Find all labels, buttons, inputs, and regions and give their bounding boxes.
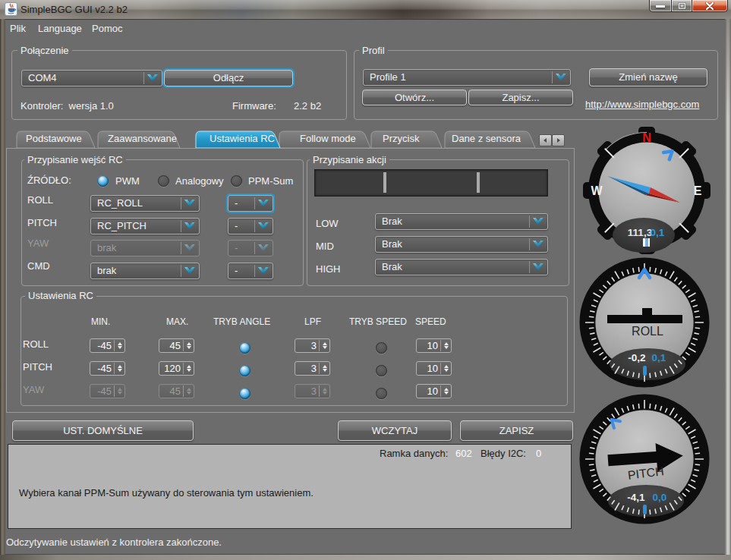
svg-text:E: E	[694, 184, 702, 197]
svg-text:N: N	[642, 131, 651, 144]
svg-text:-4,1: -4,1	[627, 492, 645, 503]
svg-text:ROLL: ROLL	[632, 325, 663, 338]
svg-text:0,1: 0,1	[651, 227, 665, 238]
svg-text:W: W	[591, 184, 603, 197]
svg-text:0,0: 0,0	[653, 492, 667, 503]
svg-text:111,3: 111,3	[628, 227, 653, 238]
svg-text:-0,2: -0,2	[628, 352, 645, 363]
svg-text:0,1: 0,1	[652, 352, 666, 363]
